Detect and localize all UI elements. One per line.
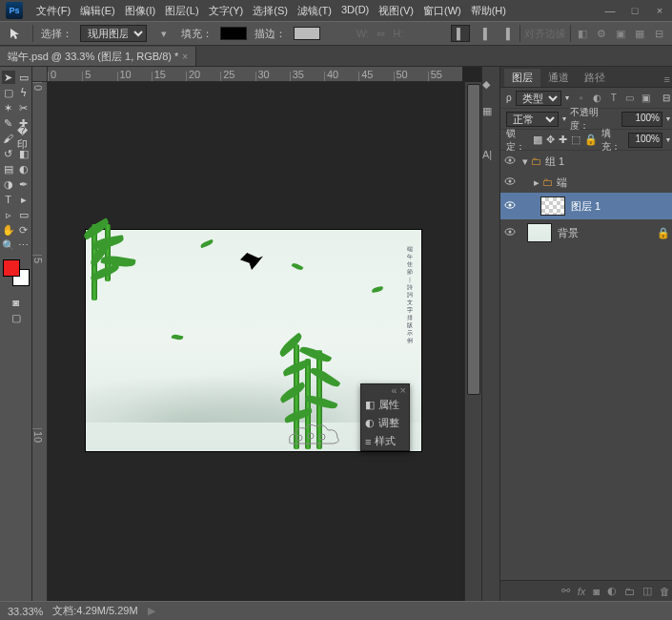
adjustment-icon[interactable]: ◐: [607, 585, 617, 597]
swatches-panel-icon[interactable]: ▦: [482, 105, 499, 122]
menu-select[interactable]: 选择(S): [249, 2, 292, 20]
opt-collapse-icon[interactable]: ⊟: [651, 26, 666, 41]
tool-rotate-view[interactable]: ⟳: [17, 223, 31, 237]
floating-properties-panel[interactable]: «× ◧属性 ◐调整 ≡样式: [360, 383, 410, 451]
twisty-icon[interactable]: ▸: [531, 176, 542, 189]
menu-file[interactable]: 文件(F): [32, 2, 74, 20]
tool-shape[interactable]: ▭: [17, 208, 31, 221]
panel-menu-icon[interactable]: ≡: [659, 72, 672, 87]
opt-3d-icon[interactable]: ▣: [613, 26, 628, 41]
tool-blur[interactable]: ◐: [17, 162, 31, 176]
lock-pixels-icon[interactable]: ▩: [533, 134, 542, 146]
vertical-scrollbar[interactable]: [464, 82, 481, 601]
align-right-icon[interactable]: ▐: [497, 25, 516, 42]
dropdown-icon[interactable]: ▾: [565, 93, 569, 102]
dropdown-icon[interactable]: ▾: [562, 114, 566, 123]
layers-list[interactable]: ▾ 🗀 组 1 ▸ 🗀 端 图层: [500, 151, 672, 580]
fill-value[interactable]: 100%: [628, 133, 662, 148]
tab-paths[interactable]: 路径: [577, 69, 613, 87]
menu-layer[interactable]: 图层(L): [161, 2, 202, 20]
filter-adjust-icon[interactable]: ◐: [591, 92, 604, 105]
tool-lasso[interactable]: ϟ: [17, 86, 31, 99]
filter-pixel-icon[interactable]: ▫: [575, 92, 588, 105]
filter-type-icon[interactable]: T: [607, 92, 621, 105]
layer-row-group-duan[interactable]: ▸ 🗀 端: [500, 172, 672, 193]
doc-info[interactable]: 文档:4.29M/5.29M: [52, 604, 137, 618]
panel-collapse-icon[interactable]: «: [391, 384, 397, 396]
styles-button[interactable]: ≡样式: [361, 432, 409, 450]
foreground-color[interactable]: [3, 259, 20, 277]
panel-close-icon[interactable]: ×: [400, 384, 406, 396]
layer-row-layer1[interactable]: 图层 1: [500, 193, 672, 219]
dropdown-icon[interactable]: ▾: [666, 114, 670, 123]
tool-history-brush[interactable]: ↺: [2, 147, 15, 160]
tool-eraser[interactable]: ◧: [17, 147, 31, 160]
doc-tab-close-icon[interactable]: ×: [182, 52, 188, 62]
tool-direct-select[interactable]: ▹: [2, 208, 15, 221]
tool-artboard[interactable]: ▭: [17, 71, 31, 84]
filter-kind-select[interactable]: 类型: [516, 91, 561, 106]
tool-stamp[interactable]: �印: [17, 132, 31, 145]
tab-layers[interactable]: 图层: [504, 69, 540, 87]
menu-image[interactable]: 图像(I): [121, 2, 159, 20]
tool-screenmode[interactable]: ▢: [10, 311, 23, 324]
doc-tab[interactable]: 端午.psd @ 33.3% (图层 1, RGB/8) * ×: [0, 47, 196, 66]
delete-icon[interactable]: 🗑: [660, 586, 670, 597]
fill-swatch[interactable]: [220, 27, 247, 40]
opt-grid-icon[interactable]: ▦: [632, 26, 647, 41]
artboard[interactable]: 端午佳節｜詩詞文字排版示例 «× ◧属性 ◐调整 ≡样式: [86, 230, 421, 451]
minimize-button[interactable]: —: [603, 4, 617, 17]
fx-icon[interactable]: fx: [578, 586, 586, 597]
layer-thumbnail[interactable]: [540, 196, 565, 216]
menu-type[interactable]: 文字(Y): [205, 2, 248, 20]
layer-row-group1[interactable]: ▾ 🗀 组 1: [500, 151, 672, 172]
group-icon[interactable]: 🗀: [624, 586, 635, 597]
ruler-vertical[interactable]: 0510: [32, 82, 48, 601]
tool-dodge[interactable]: ◑: [2, 177, 15, 191]
menu-view[interactable]: 视图(V): [375, 2, 417, 20]
lock-artboard-icon[interactable]: ⬚: [571, 134, 580, 146]
filter-shape-icon[interactable]: ▭: [623, 92, 637, 105]
visibility-toggle[interactable]: [500, 155, 519, 167]
filter-smart-icon[interactable]: ▣: [640, 92, 653, 105]
move-tool-icon[interactable]: [6, 25, 25, 42]
tool-move[interactable]: ➤: [2, 71, 15, 84]
menu-window[interactable]: 窗口(W): [419, 2, 465, 20]
link-layers-icon[interactable]: ⚯: [561, 585, 570, 597]
tool-eyedropper[interactable]: ✎: [2, 116, 15, 130]
tool-type[interactable]: T: [2, 193, 15, 206]
ruler-horizontal[interactable]: 0510152025303540455055: [48, 67, 462, 82]
tool-hand[interactable]: ✋: [2, 223, 15, 237]
lock-all-icon[interactable]: 🔒: [584, 134, 598, 146]
new-layer-icon[interactable]: ◫: [642, 585, 652, 597]
color-swatches[interactable]: [3, 259, 30, 286]
visibility-toggle[interactable]: [500, 176, 519, 188]
mask-icon[interactable]: ◙: [593, 586, 600, 597]
status-arrow-icon[interactable]: ▶: [148, 605, 155, 617]
canvas-viewport[interactable]: 端午佳節｜詩詞文字排版示例 «× ◧属性 ◐调整 ≡样式: [48, 82, 462, 601]
tab-channels[interactable]: 通道: [540, 69, 577, 87]
tool-zoom[interactable]: 🔍: [2, 238, 15, 252]
dropdown-icon[interactable]: ▾: [154, 25, 173, 42]
lock-image-icon[interactable]: ✚: [559, 134, 567, 146]
dropdown-icon[interactable]: ▾: [666, 135, 670, 144]
tool-marquee[interactable]: ▢: [2, 86, 15, 99]
select-target[interactable]: 现用图层: [80, 25, 147, 42]
tool-brush[interactable]: 🖌: [2, 132, 15, 145]
maximize-button[interactable]: □: [628, 4, 641, 17]
visibility-toggle[interactable]: [500, 200, 519, 212]
tool-edit-toolbar[interactable]: ⋯: [17, 238, 31, 252]
align-center-icon[interactable]: ▐: [474, 25, 493, 42]
tool-crop[interactable]: ✂: [17, 101, 31, 114]
stroke-swatch[interactable]: [294, 27, 320, 40]
zoom-value[interactable]: 33.33%: [8, 606, 43, 617]
properties-button[interactable]: ◧属性: [361, 396, 409, 414]
tool-gradient[interactable]: ▤: [2, 162, 15, 176]
tool-quick-select[interactable]: ✶: [2, 101, 15, 114]
menu-3d[interactable]: 3D(D): [337, 2, 373, 20]
visibility-toggle[interactable]: [500, 227, 519, 238]
character-panel-icon[interactable]: A|: [482, 149, 499, 166]
adjustments-button[interactable]: ◐调整: [361, 414, 409, 432]
menu-filter[interactable]: 滤镜(T): [294, 2, 336, 20]
close-button[interactable]: ×: [653, 4, 666, 17]
